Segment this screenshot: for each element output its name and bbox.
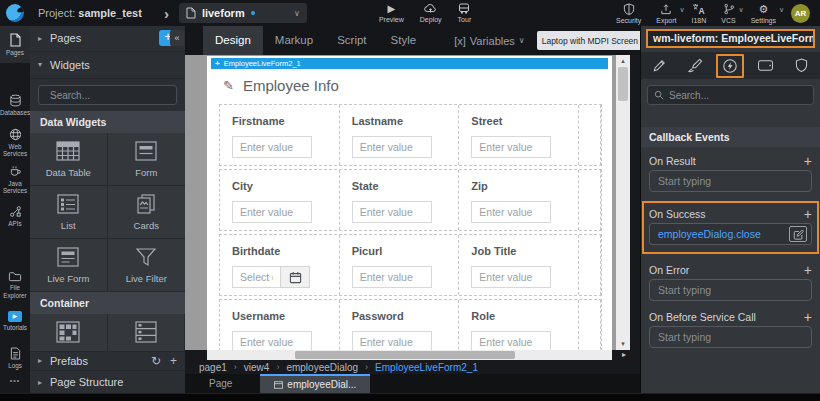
form-field-street[interactable]: Street [459, 105, 579, 165]
field-input-city[interactable] [232, 201, 312, 223]
field-input-username[interactable] [232, 331, 312, 350]
add-on-error-action-button[interactable]: + [804, 263, 812, 277]
vcs-button[interactable]: ∨ VCS [721, 3, 735, 24]
hscroll-thumb[interactable] [295, 351, 515, 359]
on-success-value[interactable]: employeeDialog.close [649, 223, 812, 245]
rail-item-databases[interactable]: Databases [0, 87, 30, 124]
widget-tile-live-form[interactable]: Live Form [30, 239, 108, 292]
field-input-firstname[interactable] [232, 136, 312, 158]
form-field-jobtitle[interactable]: Job Title [459, 235, 579, 295]
tab-employee-dialog[interactable]: employeeDial... [260, 374, 370, 393]
form-field-password[interactable]: Password [340, 300, 460, 350]
wavemaker-logo-icon[interactable] [6, 4, 24, 22]
on-before-service-call-input[interactable] [649, 326, 812, 348]
tab-markup[interactable]: Markup [263, 26, 325, 55]
field-input-street[interactable] [471, 136, 551, 158]
security-button[interactable]: Security [616, 3, 641, 24]
field-input-picurl[interactable] [352, 266, 432, 288]
canvas-horizontal-scrollbar[interactable]: ▸ [185, 350, 640, 360]
settings-button[interactable]: ⚙ ∨ Settings [751, 3, 776, 24]
widget-tile-list[interactable]: List [30, 186, 108, 239]
widget-search-input[interactable] [50, 90, 182, 101]
canvas-vertical-scrollbar[interactable]: ▴ ▾ [616, 55, 630, 350]
edit-pencil-icon[interactable]: ✎ [223, 78, 234, 93]
on-error-input[interactable] [649, 279, 812, 301]
field-input-lastname[interactable] [352, 136, 432, 158]
page-structure-header[interactable]: ▸ Page Structure [30, 371, 185, 393]
breadcrumb-item-current[interactable]: EmployeeLiveForm2_1 [375, 362, 478, 373]
deploy-button[interactable]: Deploy [420, 3, 442, 23]
tab-design[interactable]: Design [203, 26, 263, 55]
device-tab[interactable] [751, 59, 781, 72]
form-field-firstname[interactable]: Firstname [220, 105, 340, 165]
breadcrumb-item-view4[interactable]: view4 [244, 362, 270, 373]
widget-tile-layout-grid[interactable] [30, 314, 108, 351]
widget-tile-accordion[interactable] [108, 314, 186, 351]
widgets-section-header[interactable]: ▾ Widgets [30, 52, 185, 80]
form-field-city[interactable]: City [220, 170, 340, 230]
add-on-before-service-call-action-button[interactable]: + [804, 310, 812, 324]
rail-item-apis[interactable]: APIs [0, 198, 30, 235]
calendar-button[interactable] [280, 266, 310, 288]
add-on-success-action-button[interactable]: + [804, 207, 812, 221]
form-field-birthdate[interactable]: Birthdate [220, 235, 340, 295]
branch-icon [723, 3, 735, 15]
widget-tile-cards[interactable]: Cards [108, 186, 186, 239]
form-field-username[interactable]: Username [220, 300, 340, 350]
breadcrumb-item-employeedialog[interactable]: employeeDialog [286, 362, 358, 373]
vscroll-thumb[interactable] [618, 67, 628, 101]
field-input-password[interactable] [352, 331, 432, 350]
tab-style[interactable]: Style [379, 26, 429, 55]
rail-item-tutorials[interactable]: ▶ Tutorials [0, 303, 30, 340]
scroll-down-icon[interactable]: ▾ [621, 338, 625, 350]
variables-button[interactable]: [x] Variables ∨ [454, 35, 525, 47]
property-search-input[interactable] [669, 90, 807, 101]
on-success-action-link[interactable]: employeeDialog.close [658, 228, 761, 240]
properties-tab[interactable] [644, 58, 674, 73]
security-tab[interactable] [787, 58, 817, 73]
widget-tile-data-table[interactable]: Data Table [30, 133, 108, 186]
rail-more-button[interactable]: ••• [0, 377, 30, 393]
rail-item-pages[interactable]: Pages [0, 26, 30, 63]
form-field-picurl[interactable]: Picurl [340, 235, 460, 295]
field-input-role[interactable] [471, 331, 551, 350]
form-row-filler [579, 300, 601, 350]
rail-item-logs[interactable]: Logs [0, 340, 30, 377]
scroll-up-icon[interactable]: ▴ [621, 55, 625, 67]
refresh-prefabs-icon[interactable]: ↻ [151, 354, 161, 368]
on-result-input[interactable] [649, 170, 812, 192]
user-avatar[interactable]: AR [791, 4, 810, 23]
add-prefab-icon[interactable]: + [170, 354, 177, 368]
add-on-result-action-button[interactable]: + [804, 154, 812, 168]
tour-button[interactable]: Tour [458, 3, 472, 23]
form-field-zip[interactable]: Zip [459, 170, 579, 230]
rail-item-file-explorer[interactable]: File Explorer [0, 266, 30, 303]
tab-page[interactable]: Page [195, 374, 246, 393]
field-input-jobtitle[interactable] [471, 266, 551, 288]
pages-section-header[interactable]: ▸ Pages + [30, 26, 185, 52]
scroll-right-icon[interactable]: ▸ [622, 350, 626, 360]
widget-tile-live-filter[interactable]: Live Filter [108, 239, 186, 292]
events-tab[interactable] [716, 54, 744, 78]
page-selector[interactable]: liveform ∨ [179, 3, 307, 23]
widget-tile-form[interactable]: Form [108, 133, 186, 186]
breadcrumb-item-page1[interactable]: page1 [199, 362, 227, 373]
styles-tab[interactable] [680, 58, 710, 73]
edit-action-button[interactable] [789, 226, 807, 242]
export-button[interactable]: ∨ Export [656, 3, 676, 24]
form-field-state[interactable]: State [340, 170, 460, 230]
tab-script[interactable]: Script [325, 26, 378, 55]
rail-item-java-services[interactable]: Java Services [0, 161, 30, 198]
selected-widget-bar[interactable]: + EmployeeLiveForm2_1 [211, 58, 608, 69]
collapse-palette-button[interactable]: « [170, 30, 184, 46]
rail-item-web-services[interactable]: Web Services [0, 124, 30, 161]
form-field-lastname[interactable]: Lastname [340, 105, 460, 165]
form-field-role[interactable]: Role [459, 300, 579, 350]
i18n-button[interactable]: A I18N [692, 3, 707, 24]
preview-button[interactable]: ▶ Preview [379, 3, 404, 23]
prefabs-section-header[interactable]: ▸ Prefabs ↻ + [30, 352, 185, 372]
field-input-birthdate[interactable] [232, 266, 280, 288]
field-input-zip[interactable] [471, 201, 551, 223]
field-input-state[interactable] [352, 201, 432, 223]
canvas-page[interactable]: + EmployeeLiveForm2_1 ✎ Employee Info Fi… [207, 56, 612, 350]
